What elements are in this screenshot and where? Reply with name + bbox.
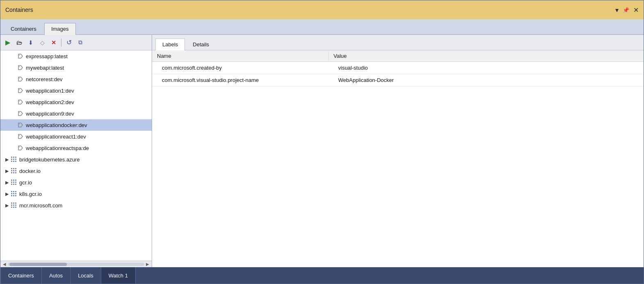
folder-icon: 🗁 bbox=[16, 39, 22, 46]
list-item[interactable]: webapplication1:dev bbox=[0, 85, 152, 96]
spacer bbox=[10, 99, 17, 105]
multiview-icon: ⧉ bbox=[78, 39, 82, 46]
list-item[interactable]: webapplicationreact1:dev bbox=[0, 131, 152, 142]
delete-button[interactable]: ✕ bbox=[49, 38, 59, 48]
delete-icon: ✕ bbox=[51, 39, 56, 46]
status-tab-autos[interactable]: Autos bbox=[42, 267, 71, 284]
list-item[interactable]: ▶ gcr.io bbox=[0, 177, 152, 188]
expand-arrow-icon[interactable]: ▶ bbox=[4, 202, 10, 209]
right-panel: Labels Details Name Value com.microsoft.… bbox=[152, 35, 644, 267]
list-item[interactable]: mywebapi:latest bbox=[0, 62, 152, 73]
open-folder-button[interactable]: 🗁 bbox=[14, 38, 24, 48]
right-tab-row: Labels Details bbox=[152, 35, 644, 50]
list-item[interactable]: webapplication9:dev bbox=[0, 108, 152, 119]
list-item[interactable]: webapplication2:dev bbox=[0, 96, 152, 108]
item-label: k8s.gcr.io bbox=[19, 191, 42, 197]
image-tag-icon bbox=[17, 121, 24, 129]
scrollbar-track[interactable] bbox=[8, 263, 144, 266]
title-bar: Containers ▾ 📌 ✕ bbox=[0, 0, 644, 19]
svg-point-1 bbox=[19, 66, 20, 67]
main-window: Containers ▾ 📌 ✕ Containers Images ▶ 🗁 ⬇ bbox=[0, 0, 644, 284]
item-label: webapplicationreact1:dev bbox=[26, 134, 86, 140]
scroll-right-button[interactable]: ▶ bbox=[144, 261, 151, 268]
toolbar-separator bbox=[61, 39, 61, 47]
pin-button[interactable]: 📌 bbox=[623, 7, 629, 13]
expand-arrow-icon[interactable]: ▶ bbox=[4, 156, 10, 163]
list-item[interactable]: ▶ docker.io bbox=[0, 165, 152, 177]
status-tab-locals[interactable]: Locals bbox=[71, 267, 101, 284]
image-tag-icon bbox=[17, 98, 24, 106]
item-label: webapplication1:dev bbox=[26, 88, 74, 94]
left-panel: ▶ 🗁 ⬇ ◇ ✕ ↺ ⧉ bbox=[0, 35, 152, 267]
svg-point-2 bbox=[19, 78, 20, 79]
image-tag-icon bbox=[17, 87, 24, 94]
table-header-row: Name Value bbox=[152, 50, 644, 62]
title-bar-controls: ▾ 📌 ✕ bbox=[615, 6, 639, 14]
scroll-left-button[interactable]: ◀ bbox=[1, 261, 8, 268]
item-label: webapplication2:dev bbox=[26, 99, 74, 105]
horizontal-scrollbar[interactable]: ◀ ▶ bbox=[0, 261, 152, 267]
tree-list: expressapp:latest mywebapi:latest bbox=[0, 50, 152, 211]
spacer bbox=[10, 145, 17, 151]
image-tag-icon bbox=[17, 133, 24, 140]
list-item[interactable]: ▶ bridgetokubernetes.azure bbox=[0, 154, 152, 165]
list-item[interactable]: ▶ mcr.microsoft.com bbox=[0, 200, 152, 211]
image-tag-icon bbox=[17, 64, 24, 71]
expand-arrow-icon[interactable]: ▶ bbox=[4, 191, 10, 197]
refresh-icon: ↺ bbox=[66, 39, 72, 46]
item-label: expressapp:latest bbox=[26, 53, 68, 59]
close-button[interactable]: ✕ bbox=[633, 6, 639, 14]
list-item[interactable]: webapplicationdocker:dev bbox=[0, 119, 152, 131]
item-label: webapplication9:dev bbox=[26, 111, 74, 117]
status-tab-watch[interactable]: Watch 1 bbox=[101, 267, 136, 284]
play-button[interactable]: ▶ bbox=[3, 38, 13, 48]
tab-images[interactable]: Images bbox=[44, 23, 76, 35]
svg-point-8 bbox=[19, 147, 20, 148]
multiview-button[interactable]: ⧉ bbox=[75, 38, 85, 48]
list-item[interactable]: ▶ k8s.gcr.io bbox=[0, 188, 152, 200]
main-content: ▶ 🗁 ⬇ ◇ ✕ ↺ ⧉ bbox=[0, 35, 644, 267]
tag-button[interactable]: ◇ bbox=[37, 38, 47, 48]
scrollbar-thumb[interactable] bbox=[9, 263, 67, 266]
tab-details[interactable]: Details bbox=[186, 39, 216, 50]
item-label: webapplicationdocker:dev bbox=[26, 122, 87, 128]
play-icon: ▶ bbox=[5, 39, 10, 46]
registry-icon bbox=[10, 167, 18, 175]
tab-labels[interactable]: Labels bbox=[155, 39, 185, 50]
registry-icon bbox=[10, 190, 18, 198]
status-bar: Containers Autos Locals Watch 1 bbox=[0, 267, 644, 284]
expand-arrow-icon[interactable]: ▶ bbox=[4, 179, 10, 186]
table-container: Name Value com.microsoft.created-by visu… bbox=[152, 50, 644, 267]
svg-point-4 bbox=[19, 101, 20, 102]
list-item[interactable]: webapplicationreactspa:de bbox=[0, 142, 152, 154]
svg-point-7 bbox=[19, 135, 20, 136]
top-tab-row: Containers Images bbox=[0, 19, 644, 35]
item-label: gcr.io bbox=[19, 179, 32, 186]
column-header-value: Value bbox=[328, 50, 644, 62]
spacer bbox=[10, 64, 17, 71]
spacer bbox=[10, 53, 17, 59]
image-tag-icon bbox=[17, 110, 24, 117]
pull-button[interactable]: ⬇ bbox=[26, 38, 36, 48]
spacer bbox=[10, 76, 17, 82]
registry-icon bbox=[10, 202, 18, 209]
image-tag-icon bbox=[17, 75, 24, 83]
registry-icon bbox=[10, 179, 18, 186]
status-tab-containers[interactable]: Containers bbox=[0, 267, 42, 284]
item-label: netcorerest:dev bbox=[26, 76, 63, 82]
spacer bbox=[10, 87, 17, 94]
tree-container[interactable]: expressapp:latest mywebapi:latest bbox=[0, 50, 152, 261]
table-row[interactable]: com.microsoft.visual-studio.project-name… bbox=[152, 74, 644, 86]
list-item[interactable]: expressapp:latest bbox=[0, 50, 152, 62]
item-label: bridgetokubernetes.azure bbox=[19, 157, 80, 163]
dropdown-icon[interactable]: ▾ bbox=[615, 6, 619, 14]
table-row[interactable]: com.microsoft.created-by visual-studio bbox=[152, 62, 644, 74]
list-item[interactable]: netcorerest:dev bbox=[0, 73, 152, 85]
tab-containers[interactable]: Containers bbox=[4, 23, 43, 34]
cell-name: com.microsoft.created-by bbox=[152, 62, 328, 74]
spacer bbox=[10, 110, 17, 117]
cell-value: visual-studio bbox=[328, 62, 644, 74]
expand-arrow-icon[interactable]: ▶ bbox=[4, 168, 10, 174]
spacer bbox=[10, 122, 17, 128]
refresh-button[interactable]: ↺ bbox=[64, 38, 74, 48]
